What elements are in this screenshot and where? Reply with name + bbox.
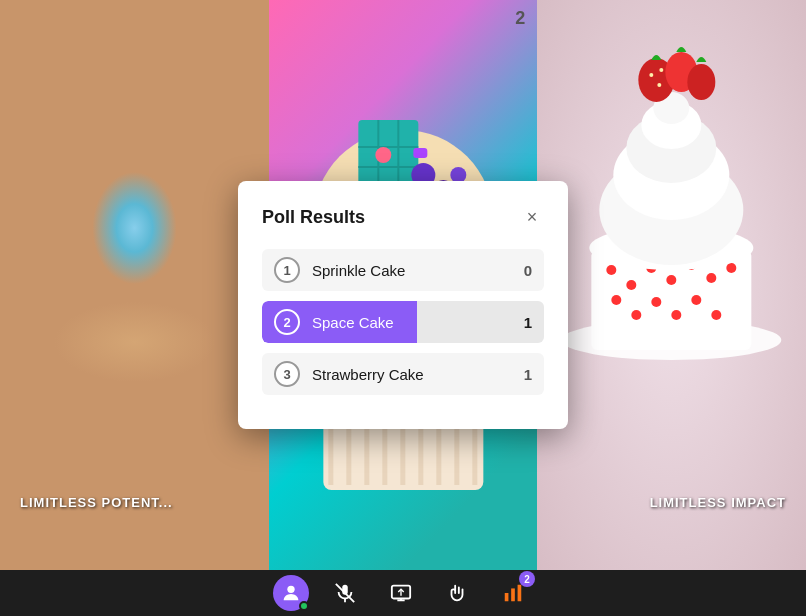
svg-point-84 bbox=[658, 83, 662, 87]
image-tile-1 bbox=[0, 0, 269, 570]
svg-rect-11 bbox=[199, 305, 204, 415]
svg-rect-2 bbox=[64, 305, 69, 415]
svg-point-83 bbox=[650, 73, 654, 77]
svg-rect-57 bbox=[413, 148, 427, 158]
svg-point-16 bbox=[104, 137, 164, 193]
poll-item-3-number: 3 bbox=[274, 361, 300, 387]
mic-button[interactable] bbox=[325, 573, 365, 613]
svg-point-82 bbox=[688, 64, 716, 100]
svg-point-68 bbox=[612, 295, 622, 305]
poll-item-1-number: 1 bbox=[274, 257, 300, 283]
svg-rect-21 bbox=[119, 199, 127, 203]
raise-hand-button[interactable] bbox=[437, 573, 477, 613]
poll-results-modal: Poll Results × 1 Sprinkle Cake 0 2 Space… bbox=[238, 181, 568, 429]
svg-rect-5 bbox=[109, 305, 114, 415]
svg-point-73 bbox=[712, 310, 722, 320]
person-icon bbox=[280, 582, 302, 604]
poll-item-3[interactable]: 3 Strawberry Cake 1 bbox=[262, 353, 544, 395]
svg-point-85 bbox=[660, 68, 664, 72]
svg-point-56 bbox=[375, 147, 391, 163]
svg-point-13 bbox=[59, 170, 209, 310]
svg-rect-9 bbox=[169, 305, 174, 415]
svg-rect-22 bbox=[169, 209, 178, 214]
screen-share-icon bbox=[390, 582, 412, 604]
svg-line-24 bbox=[129, 120, 134, 132]
poll-item-1-label: Sprinkle Cake bbox=[312, 262, 524, 279]
svg-point-62 bbox=[627, 280, 637, 290]
svg-point-70 bbox=[652, 297, 662, 307]
modal-title: Poll Results bbox=[262, 207, 365, 228]
poll-item-1-content: 1 Sprinkle Cake 0 bbox=[274, 257, 532, 283]
svg-point-14 bbox=[74, 155, 194, 265]
svg-point-15 bbox=[89, 145, 179, 225]
svg-point-23 bbox=[118, 132, 150, 164]
svg-point-86 bbox=[287, 586, 294, 593]
svg-rect-7 bbox=[139, 305, 144, 415]
poll-item-1[interactable]: 1 Sprinkle Cake 0 bbox=[262, 249, 544, 291]
svg-rect-94 bbox=[505, 593, 509, 601]
svg-rect-95 bbox=[511, 588, 515, 601]
svg-rect-20 bbox=[159, 248, 170, 256]
poll-button[interactable]: 2 bbox=[493, 573, 533, 613]
svg-rect-10 bbox=[184, 305, 189, 415]
svg-rect-6 bbox=[124, 305, 129, 415]
svg-point-67 bbox=[727, 263, 737, 273]
modal-header: Poll Results × bbox=[262, 205, 544, 229]
svg-rect-3 bbox=[79, 305, 84, 415]
svg-point-69 bbox=[632, 310, 642, 320]
chart-icon bbox=[502, 582, 524, 604]
avatar-button[interactable] bbox=[273, 575, 309, 611]
svg-point-12 bbox=[54, 275, 214, 325]
close-button[interactable]: × bbox=[520, 205, 544, 229]
image-tile-3 bbox=[537, 0, 806, 570]
hand-icon bbox=[446, 582, 468, 604]
poll-badge: 2 bbox=[519, 571, 535, 587]
svg-rect-19 bbox=[109, 247, 119, 257]
svg-rect-1 bbox=[59, 300, 209, 420]
mic-icon bbox=[334, 582, 356, 604]
poll-item-1-count: 0 bbox=[524, 262, 532, 279]
svg-rect-8 bbox=[154, 305, 159, 415]
online-indicator bbox=[299, 601, 309, 611]
poll-item-3-content: 3 Strawberry Cake 1 bbox=[274, 361, 532, 387]
poll-item-2-content: 2 Space Cake 1 bbox=[274, 309, 532, 335]
poll-item-3-count: 1 bbox=[524, 366, 532, 383]
svg-rect-17 bbox=[89, 217, 101, 226]
poll-item-2-label: Space Cake bbox=[312, 314, 524, 331]
svg-point-61 bbox=[607, 265, 617, 275]
poll-item-3-label: Strawberry Cake bbox=[312, 366, 524, 383]
svg-point-71 bbox=[672, 310, 682, 320]
main-content: 2 bbox=[0, 0, 806, 570]
svg-rect-4 bbox=[94, 305, 99, 415]
right-label: LIMITLESS IMPACT bbox=[650, 495, 786, 510]
left-label: LIMITLESS POTENT... bbox=[20, 495, 173, 510]
svg-rect-18 bbox=[149, 228, 162, 236]
svg-point-64 bbox=[667, 275, 677, 285]
svg-rect-96 bbox=[518, 585, 522, 602]
poll-item-2[interactable]: 2 Space Cake 1 bbox=[262, 301, 544, 343]
screen-share-button[interactable] bbox=[381, 573, 421, 613]
svg-rect-0 bbox=[0, 0, 269, 570]
poll-item-2-number: 2 bbox=[274, 309, 300, 335]
poll-item-2-count: 1 bbox=[524, 314, 532, 331]
svg-point-72 bbox=[692, 295, 702, 305]
svg-point-66 bbox=[707, 273, 717, 283]
tile-number-2: 2 bbox=[515, 8, 525, 29]
toolbar: 2 bbox=[0, 570, 806, 616]
